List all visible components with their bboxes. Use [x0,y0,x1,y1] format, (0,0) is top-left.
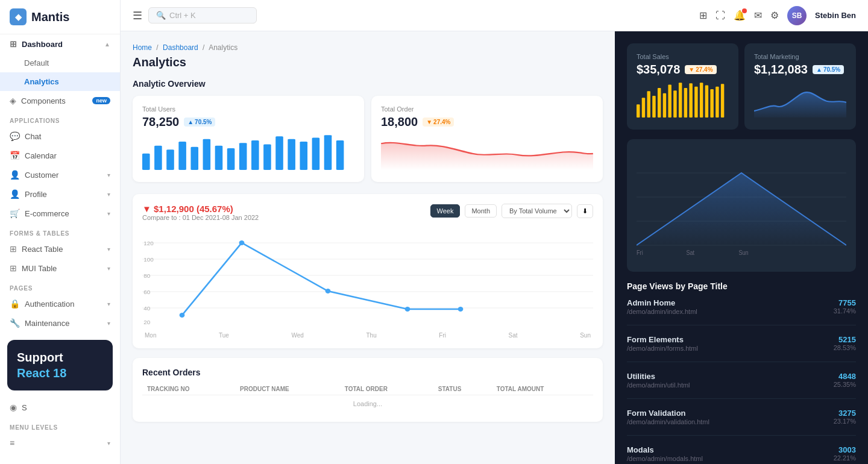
hamburger-icon[interactable]: ☰ [133,9,142,22]
x-label-thu: Thu [366,332,377,339]
pv-name-3: Form Validation [627,409,709,418]
sidebar-item-default[interactable]: Default [0,54,120,72]
stat-value-marketing: $1,12,083 [754,63,808,77]
sidebar-item-menu-levels[interactable]: ≡ ▾ [0,433,120,453]
content-right: Total Sales $35,078 ▼ 27.4% [615,31,868,464]
pv-right-2: 4848 25.35% [834,372,856,388]
sidebar-label-react-table: React Table [22,245,63,254]
app-logo[interactable]: ◆ Mantis [0,0,120,34]
stat-card-order: Total Order 18,800 ▼ 27.4% [371,96,603,182]
sidebar-item-maintenance[interactable]: 🔧 Maintenance ▾ [0,313,120,333]
sidebar-item-calendar[interactable]: 📅 Calendar [0,146,120,165]
pv-right-0: 7755 31.74% [834,298,856,315]
sidebar-label-maintenance: Maintenance [25,319,69,328]
month-button[interactable]: Month [465,204,497,218]
pv-url-2: /demo/admin/util.html [627,381,690,389]
pv-right-1: 5215 28.53% [834,335,856,351]
other-icon: ◉ [10,403,17,412]
sidebar-item-customer[interactable]: 👤 Customer ▾ [0,165,120,184]
sidebar-item-analytics[interactable]: Analytics [0,72,120,91]
chart-controls: Week Month By Total Volume ⬇ [430,204,594,218]
svg-rect-13 [300,142,307,170]
chevron-down-icon-auth: ▾ [107,301,110,307]
sidebar-label-mui-table: MUI Table [22,264,57,273]
svg-rect-6 [215,146,223,170]
sidebar-item-ecommerce[interactable]: 🛒 E-commerce ▾ [0,204,120,223]
stat-row-sales: $35,078 ▼ 27.4% [637,63,729,77]
pv-count-1: 5215 [834,335,856,344]
svg-rect-46 [705,86,708,118]
pv-right-3: 3275 23.17% [834,409,856,425]
table-row: Loading... [142,395,593,413]
svg-text:80: 80 [143,272,150,278]
sidebar-item-react-table[interactable]: ⊞ React Table ▾ [0,239,120,259]
breadcrumb-dashboard[interactable]: Dashboard [163,43,198,52]
col-status: STATUS [433,383,492,395]
svg-text:120: 120 [143,240,154,246]
sidebar-item-chat[interactable]: 💬 Chat [0,127,120,146]
svg-rect-37 [658,88,661,118]
pv-divider-0 [627,325,856,325]
stat-card-users: Total Users 78,250 ▲ 70.5% [133,96,364,182]
ecommerce-icon: 🛒 [10,208,20,218]
support-badge[interactable]: Support React 18 [7,340,113,390]
svg-rect-48 [715,87,719,118]
svg-rect-44 [694,87,697,118]
svg-rect-7 [227,148,235,170]
avatar[interactable]: SB [787,6,807,25]
recent-orders-title: Recent Orders [142,368,593,377]
svg-rect-33 [637,104,640,118]
pv-left-4: Modals /demo/admin/modals.html [627,445,703,462]
search-bar[interactable]: 🔍 Ctrl + K [148,7,257,24]
topbar: ☰ 🔍 Ctrl + K ⊞ ⛶ 🔔 ✉ ⚙ SB Stebin Ben [121,0,868,31]
sidebar-item-authentication[interactable]: 🔒 Authentication ▾ [0,294,120,313]
notification-dot [742,8,747,13]
customer-icon: 👤 [10,170,20,180]
sidebar-label-analytics: Analytics [24,77,59,86]
pv-pct-0: 31.74% [834,307,856,315]
download-button[interactable]: ⬇ [577,204,593,218]
sidebar-item-components[interactable]: ◈ Components new [0,91,120,110]
chat-icon: 💬 [10,131,20,141]
stat-label-sales: Total Sales [637,53,729,60]
settings-icon[interactable]: ⚙ [770,10,779,21]
main-content: Home / Dashboard / Analytics Analytics A… [121,31,868,464]
week-button[interactable]: Week [430,204,461,218]
breadcrumb-sep1: / [156,43,158,52]
react-table-icon: ⊞ [10,244,17,254]
chevron-down-icon: ▾ [107,172,110,178]
search-icon: 🔍 [156,11,166,20]
sidebar-item-profile[interactable]: 👤 Profile ▾ [0,184,120,204]
marketing-area-chart [754,81,846,118]
sidebar-item-other1[interactable]: ◉ S [0,398,120,417]
page-views-section: Page Views by Page Title Admin Home /dem… [627,281,856,464]
notification-icon[interactable]: 🔔 [734,10,746,21]
breadcrumb-home[interactable]: Home [133,43,152,52]
svg-text:40: 40 [143,305,150,311]
apps-icon[interactable]: ⊞ [699,10,707,21]
svg-text:20: 20 [143,319,150,325]
x-label-wed: Wed [292,332,304,339]
svg-rect-8 [239,143,247,170]
sidebar-item-dashboard[interactable]: ⊞ Dashboard ▲ [0,34,120,54]
chevron-down-icon-maint: ▾ [107,320,110,327]
pv-pct-4: 22.21% [834,454,856,462]
dark-chart-area: Fri Sat Sun [627,139,856,272]
x-label-sun: Sun [580,332,591,339]
volume-select[interactable]: By Total Volume [502,204,572,218]
chevron-down-icon-mt: ▾ [107,265,110,272]
mail-icon[interactable]: ✉ [754,10,762,21]
pv-item-3: Form Validation /demo/admin/validation.h… [627,409,856,425]
pv-name-1: Form Elements [627,335,698,344]
svg-text:Fri: Fri [637,249,643,256]
fullscreen-icon[interactable]: ⛶ [715,10,725,21]
sidebar-label-customer: Customer [25,171,58,180]
profile-icon: 👤 [10,189,20,199]
svg-rect-42 [684,88,687,118]
chevron-down-icon-ecom: ▾ [107,210,110,217]
svg-point-29 [239,240,245,245]
pv-left-1: Form Elements /demo/admin/forms.html [627,335,698,352]
sidebar-item-mui-table[interactable]: ⊞ MUI Table ▾ [0,259,120,278]
pv-url-0: /demo/admin/index.html [627,308,697,315]
chevron-up-icon: ▲ [104,41,110,48]
